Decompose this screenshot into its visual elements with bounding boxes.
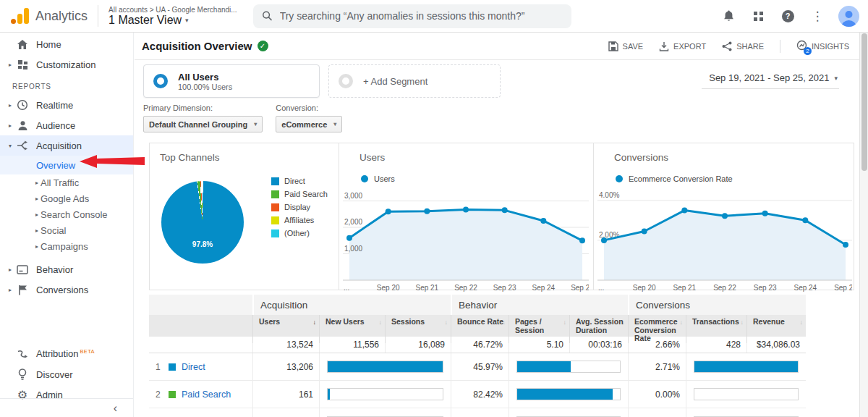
svg-text:Sep 24: Sep 24 xyxy=(532,284,555,292)
apps-grid-button[interactable] xyxy=(749,7,767,25)
sidebar-item-home[interactable]: Home xyxy=(0,34,133,54)
sidebar-item-discover[interactable]: Discover xyxy=(0,364,133,384)
behavior-icon xyxy=(16,265,29,274)
sort-icon: ↓ xyxy=(622,319,626,327)
legend-swatch xyxy=(271,203,279,211)
group-acquisition: Acquisition xyxy=(252,295,451,315)
header-divider xyxy=(98,5,98,27)
analytics-logo[interactable]: Analytics xyxy=(10,7,88,25)
chart-title: Users xyxy=(339,152,593,163)
search-icon xyxy=(262,10,273,22)
bounce-rate-bar xyxy=(516,388,621,400)
chevron-down-icon: ▾ xyxy=(254,121,257,127)
vertical-scrollbar[interactable] xyxy=(859,33,868,417)
kebab-menu-icon: ⋮ xyxy=(812,10,824,22)
sidebar-item-google-ads[interactable]: ▸ Google Ads xyxy=(0,190,133,206)
analytics-logo-icon xyxy=(10,7,29,25)
segment-ring-icon xyxy=(153,74,168,88)
conversions-line-chart[interactable]: 4.00%2.00%...Sep 20Sep 21Sep 22Sep 23Sep… xyxy=(597,185,854,298)
notifications-button[interactable] xyxy=(720,7,737,25)
column-users[interactable]: Users↓ xyxy=(252,315,319,343)
table-row: 1 Direct 13,206 45.97% 2.71% xyxy=(149,353,806,381)
svg-text:Sep 22: Sep 22 xyxy=(713,284,736,292)
svg-text:Sep 24: Sep 24 xyxy=(793,284,817,292)
primary-dimension-dropdown[interactable]: Default Channel Grouping ▾ xyxy=(143,116,263,132)
bounce-rate-bar xyxy=(516,361,621,373)
sidebar-item-customization[interactable]: ▸ Customization xyxy=(0,54,133,75)
sidebar-item-acquisition[interactable]: ▾ Acquisition xyxy=(0,135,133,156)
share-button[interactable]: SHARE xyxy=(722,41,764,51)
view-name: 1 Master View xyxy=(109,14,182,27)
svg-text:Sep 22: Sep 22 xyxy=(454,284,477,292)
sidebar-item-all-traffic[interactable]: ▸ All Traffic xyxy=(0,174,133,190)
save-button[interactable]: SAVE xyxy=(608,41,644,51)
column-avg-session-duration[interactable]: Avg. Session Duration↓ xyxy=(569,315,628,343)
svg-text:...: ... xyxy=(598,284,604,292)
users-line-chart[interactable]: 3,0002,0001,000...Sep 20Sep 21Sep 22Sep … xyxy=(343,185,593,298)
share-icon xyxy=(722,41,732,51)
column-new-users[interactable]: New Users↓ xyxy=(319,315,385,343)
main-content: Acquisition Overview ✓ SAVE EXP xyxy=(135,33,859,417)
conversion-dropdown[interactable]: eCommerce ▾ xyxy=(276,116,342,132)
chevron-down-icon: ▾ xyxy=(185,17,189,24)
add-segment-button[interactable]: + Add Segment xyxy=(328,64,501,98)
conversions-legend[interactable]: Ecommerce Conversion Rate xyxy=(616,174,854,183)
table-row-partial: 3 Display xyxy=(149,408,806,417)
sidebar-item-conversions[interactable]: ▸ Conversions xyxy=(0,279,133,300)
channel-link[interactable]: Paid Search xyxy=(182,389,231,400)
search-input[interactable] xyxy=(280,10,563,22)
actions-divider xyxy=(780,40,780,53)
column-bounce-rate[interactable]: Bounce Rate↓ xyxy=(451,315,509,343)
customization-icon xyxy=(16,59,29,70)
legend-item[interactable]: (Other) xyxy=(271,229,328,237)
collapse-sidebar-icon[interactable]: ‹ xyxy=(114,402,117,415)
more-options-button[interactable]: ⋮ xyxy=(809,7,826,25)
svg-text:4.00%: 4.00% xyxy=(599,191,619,199)
date-range-selector[interactable]: Sep 19, 2021 - Sep 25, 2021 ▾ xyxy=(702,70,839,89)
users-value: 13,206 xyxy=(252,353,319,380)
column-transactions[interactable]: Transactions↓ xyxy=(686,315,746,343)
legend-item[interactable]: Paid Search xyxy=(271,190,328,198)
primary-dimension-label: Primary Dimension: xyxy=(143,104,263,112)
sidebar-item-social[interactable]: ▸ Social xyxy=(0,222,133,238)
svg-text:1,000: 1,000 xyxy=(344,245,362,253)
channels-table: Acquisition Behavior Conversions Users↓ … xyxy=(149,295,806,417)
legend-item[interactable]: Display xyxy=(271,203,328,211)
column-ecommerce-conversion-rate[interactable]: Ecommerce Conversion Rate↓ xyxy=(628,315,686,343)
all-users-segment[interactable]: All Users 100.00% Users xyxy=(143,64,320,98)
table-group-header: Acquisition Behavior Conversions xyxy=(149,295,806,315)
legend-swatch xyxy=(271,216,279,224)
channel-link[interactable]: Direct xyxy=(182,362,205,372)
users-legend[interactable]: Users xyxy=(361,174,593,183)
scrollbar-thumb[interactable] xyxy=(861,33,867,171)
export-button[interactable]: EXPORT xyxy=(659,41,706,51)
column-pages-session[interactable]: Pages / Session↓ xyxy=(509,315,569,343)
user-avatar[interactable] xyxy=(838,6,859,27)
svg-text:...: ... xyxy=(344,284,349,292)
legend-item[interactable]: Direct xyxy=(271,177,328,185)
column-sessions[interactable]: Sessions↓ xyxy=(385,315,451,343)
pie-slice-label: 97.8% xyxy=(192,240,213,248)
sidebar-item-audience[interactable]: ▸ Audience xyxy=(0,115,133,135)
sidebar-item-realtime[interactable]: ▸ Realtime xyxy=(0,95,133,115)
sidebar-item-attribution[interactable]: AttributionBETA xyxy=(0,344,133,364)
chevron-down-icon: ▾ xyxy=(333,121,336,127)
insights-button[interactable]: 2 INSIGHTS xyxy=(796,40,849,52)
legend-item[interactable]: Affiliates xyxy=(271,216,328,224)
sort-icon: ↓ xyxy=(741,319,744,327)
column-revenue[interactable]: Revenue↓ xyxy=(746,315,806,343)
sidebar-item-behavior[interactable]: ▸ Behavior xyxy=(0,259,133,279)
segment-detail: 100.00% Users xyxy=(178,83,232,91)
chevron-down-icon: ▾ xyxy=(834,75,838,82)
sidebar-item-search-console[interactable]: ▸ Search Console xyxy=(0,206,133,222)
account-path: All accounts > UA - Google Merchandi... xyxy=(109,6,237,14)
table-row: 2 Paid Search 161 82.42% 0.00% xyxy=(149,381,806,408)
help-button[interactable]: ? xyxy=(779,7,796,25)
sidebar-item-campaigns[interactable]: ▸ Campaigns xyxy=(0,238,133,254)
svg-text:Sep 25: Sep 25 xyxy=(571,284,589,292)
pie-chart[interactable] xyxy=(161,181,244,264)
search-bar[interactable] xyxy=(253,4,571,28)
breadcrumb[interactable]: All accounts > UA - Google Merchandi... … xyxy=(109,6,237,27)
sort-icon: ↓ xyxy=(680,319,684,327)
sort-icon: ↓ xyxy=(379,319,383,327)
